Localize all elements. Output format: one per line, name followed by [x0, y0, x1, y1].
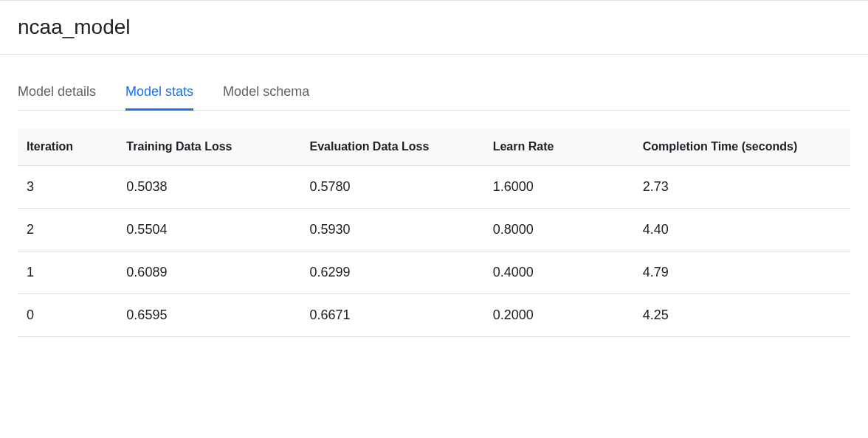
cell-completion-time: 2.73	[634, 166, 850, 209]
cell-learn-rate: 0.4000	[484, 251, 634, 294]
content-area: Model details Model stats Model schema I…	[0, 75, 868, 337]
cell-learn-rate: 0.8000	[484, 209, 634, 251]
table-row: 1 0.6089 0.6299 0.4000 4.79	[18, 251, 850, 294]
cell-iteration: 3	[18, 166, 117, 209]
header-learn-rate: Learn Rate	[484, 128, 634, 166]
cell-training-loss: 0.5504	[117, 209, 300, 251]
tabs: Model details Model stats Model schema	[18, 75, 850, 111]
tab-model-stats[interactable]: Model stats	[125, 75, 193, 111]
header-completion-time: Completion Time (seconds)	[634, 128, 850, 166]
header-eval-loss: Evaluation Data Loss	[301, 128, 484, 166]
cell-learn-rate: 1.6000	[484, 166, 634, 209]
cell-eval-loss: 0.5930	[301, 209, 484, 251]
cell-training-loss: 0.6089	[117, 251, 300, 294]
cell-training-loss: 0.5038	[117, 166, 300, 209]
cell-completion-time: 4.40	[634, 209, 850, 251]
cell-training-loss: 0.6595	[117, 294, 300, 337]
tab-model-details[interactable]: Model details	[18, 75, 96, 111]
stats-table: Iteration Training Data Loss Evaluation …	[18, 128, 850, 337]
cell-iteration: 2	[18, 209, 117, 251]
cell-completion-time: 4.79	[634, 251, 850, 294]
header-iteration: Iteration	[18, 128, 117, 166]
cell-eval-loss: 0.6671	[301, 294, 484, 337]
cell-completion-time: 4.25	[634, 294, 850, 337]
header-training-loss: Training Data Loss	[117, 128, 300, 166]
cell-eval-loss: 0.5780	[301, 166, 484, 209]
page-title: ncaa_model	[18, 15, 850, 39]
cell-learn-rate: 0.2000	[484, 294, 634, 337]
tab-model-schema[interactable]: Model schema	[223, 75, 309, 111]
table-row: 2 0.5504 0.5930 0.8000 4.40	[18, 209, 850, 251]
cell-eval-loss: 0.6299	[301, 251, 484, 294]
cell-iteration: 0	[18, 294, 117, 337]
table-row: 0 0.6595 0.6671 0.2000 4.25	[18, 294, 850, 337]
table-header-row: Iteration Training Data Loss Evaluation …	[18, 128, 850, 166]
cell-iteration: 1	[18, 251, 117, 294]
table-row: 3 0.5038 0.5780 1.6000 2.73	[18, 166, 850, 209]
title-bar: ncaa_model	[0, 0, 868, 55]
